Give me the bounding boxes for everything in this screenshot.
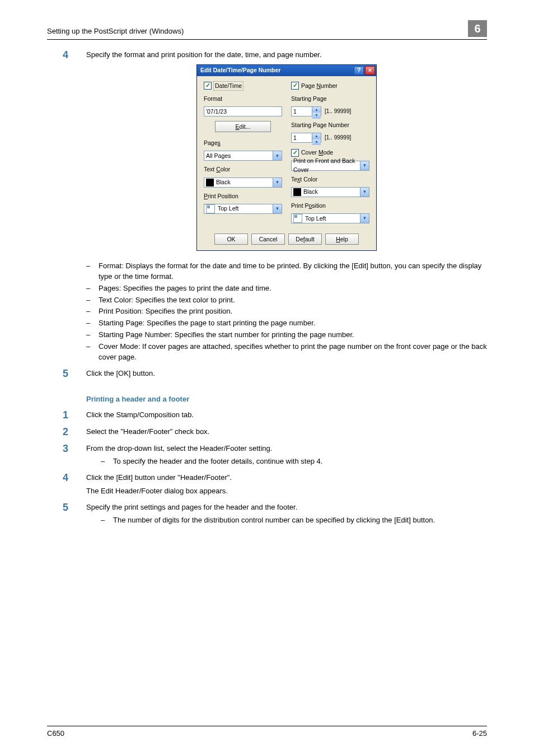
- breadcrumb: Setting up the PostScript driver (Window…: [47, 26, 184, 37]
- step-number: 5: [63, 368, 86, 380]
- cancel-button[interactable]: Cancel: [251, 234, 285, 245]
- cover-mode-label: Cover Mode: [301, 148, 333, 157]
- step-lead: Specify the print settings and pages for…: [86, 502, 487, 513]
- page-number-checkbox[interactable]: ✓ Page Number: [291, 82, 369, 90]
- page-number-label: Page Number: [301, 82, 338, 90]
- help-button[interactable]: Help: [325, 234, 359, 245]
- cover-mode-checkbox[interactable]: ✓ Cover Mode: [291, 148, 369, 157]
- subheading: Printing a header and a footer: [86, 394, 487, 405]
- r-textcolor-label: Text Color: [291, 175, 369, 184]
- help-icon[interactable]: ?: [354, 66, 364, 75]
- step-number: 4: [63, 473, 86, 484]
- r-textcolor-combo[interactable]: Black▼: [291, 187, 369, 197]
- step-lead: Click the Stamp/Composition tab.: [86, 410, 487, 421]
- format-input[interactable]: '07/1/23: [204, 106, 282, 116]
- edit-button[interactable]: Edit...: [215, 121, 271, 132]
- pages-label: Pages: [204, 139, 282, 147]
- dialog-title: Edit Date/Time/Page Number: [200, 66, 280, 74]
- date-time-label: Date/Time: [214, 82, 243, 90]
- close-icon[interactable]: ×: [365, 66, 375, 75]
- step-number: 3: [63, 444, 86, 455]
- step-number: 5: [63, 502, 86, 514]
- step-lead: Click the [OK] button.: [86, 368, 487, 379]
- r-printpos-combo[interactable]: Top Left▼: [291, 213, 369, 223]
- chevron-down-icon: ▼: [360, 161, 369, 170]
- sub-bullet: To specify the header and the footer det…: [113, 456, 322, 467]
- starting-page-spin[interactable]: 1▲▼: [291, 106, 321, 116]
- textcolor-label: Text Color: [204, 165, 282, 174]
- topleft-icon: [293, 214, 302, 223]
- pages-combo[interactable]: All Pages▼: [204, 151, 282, 161]
- edit-date-time-dialog: Edit Date/Time/Page Number ? × ✓ Date/Ti…: [196, 64, 377, 251]
- chevron-down-icon: ▼: [273, 178, 282, 187]
- starting-pageno-range: [1.. 99999]: [325, 134, 351, 142]
- r-printpos-label: Print Position: [291, 202, 369, 210]
- starting-page-label: Starting Page: [291, 95, 369, 103]
- chevron-down-icon: ▼: [360, 214, 369, 223]
- step-extra: The Edit Header/Footer dialog box appear…: [86, 486, 487, 497]
- step-number: 2: [63, 427, 86, 438]
- footer-right: 6-25: [472, 729, 487, 739]
- chapter-badge: 6: [468, 20, 487, 37]
- default-button[interactable]: Default: [288, 234, 322, 245]
- cover-mode-combo[interactable]: Print on Front and Back Cover▼: [291, 161, 369, 171]
- step4-bullets: –Format: Displays the format for the dat…: [86, 261, 487, 363]
- chevron-down-icon: ▼: [273, 151, 282, 160]
- starting-pageno-label: Starting Page Number: [291, 121, 369, 129]
- date-time-checkbox[interactable]: ✓ Date/Time: [204, 82, 282, 90]
- starting-page-range: [1.. 99999]: [325, 108, 351, 116]
- chevron-down-icon: ▼: [360, 188, 369, 197]
- textcolor-combo[interactable]: Black▼: [204, 178, 282, 188]
- starting-pageno-spin[interactable]: 1▲▼: [291, 133, 321, 143]
- ok-button[interactable]: OK: [214, 234, 248, 245]
- footer-left: C650: [47, 729, 64, 739]
- step-number: 1: [63, 410, 86, 421]
- topleft-icon: [206, 204, 215, 213]
- printpos-label: Print Position: [204, 192, 282, 200]
- format-label: Format: [204, 95, 282, 103]
- step-lead: Select the "Header/Footer" check box.: [86, 427, 487, 437]
- step-lead: Click the [Edit] button under "Header/Fo…: [86, 473, 487, 483]
- chevron-down-icon: ▼: [273, 204, 282, 213]
- step-lead: From the drop-down list, select the Head…: [86, 444, 487, 454]
- printpos-combo[interactable]: Top Left▼: [204, 204, 282, 214]
- step-number: 4: [63, 50, 86, 61]
- step-lead: Specify the format and print position fo…: [86, 50, 487, 60]
- sub-bullet: The number of digits for the distributio…: [113, 515, 435, 526]
